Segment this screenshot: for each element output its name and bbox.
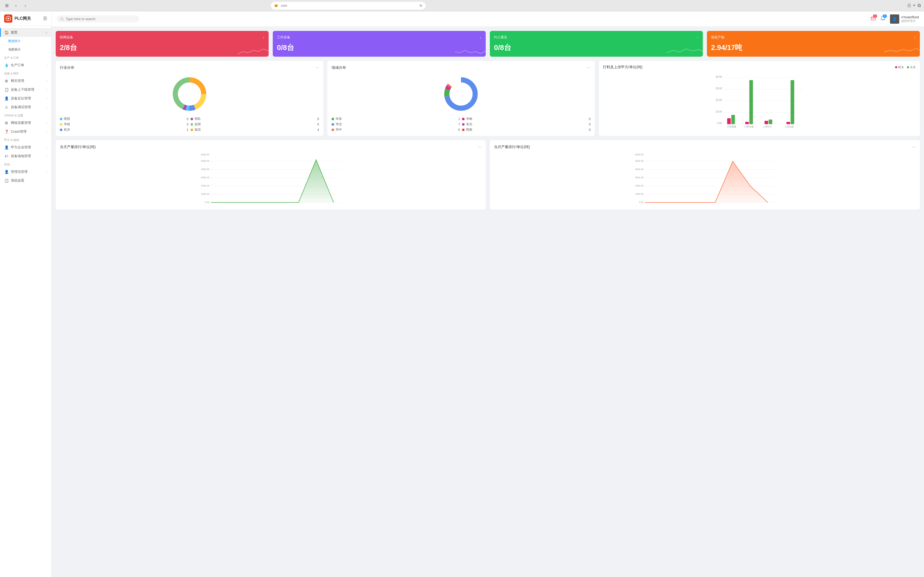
svg-text:上传甲方: 上传甲方 [762, 126, 772, 128]
legend-school: 学校 3 [60, 122, 189, 126]
sidebar-nav: 🏠 首页 ∨ 数据统计 地图展示 生产 & 订单 💧 生产订单 › 设备 & 维… [0, 26, 51, 577]
sidebar-item-device-location[interactable]: 👤 设备定位管理 › [0, 94, 51, 103]
user-avatar: 👤 [890, 15, 899, 24]
legend-dot-central [331, 129, 334, 131]
client-company-arrow-icon: › [47, 146, 47, 149]
legend-hospital: 医院 0 [60, 117, 189, 121]
legend-label-agency: 机关 [64, 127, 70, 132]
industry-chart-more[interactable]: ··· [315, 65, 319, 70]
user-name: nYuserRoot [901, 15, 919, 19]
sidebar-item-data-stats-label: 数据统计 [8, 39, 21, 43]
sidebar-item-admin-mgmt[interactable]: 👤 管理员管理 › [0, 168, 51, 176]
svg-text:6000.00: 6000.00 [635, 153, 643, 156]
stat-card-capacity-arrow: ↑ [914, 35, 916, 39]
sidebar-item-crash-mgmt[interactable]: ❓ Crash管理 › [0, 127, 51, 136]
legend-dot-restaurant [191, 129, 193, 131]
refresh-btn[interactable]: ↻ [420, 3, 423, 8]
region-legend: 华东 1 华南 0 华北 7 [331, 117, 591, 132]
svg-marker-74 [645, 161, 768, 203]
sidebar-item-gateway-mgmt[interactable]: ⊞ 网关管理 › [0, 76, 51, 85]
device-debug-arrow-icon: › [47, 106, 47, 109]
svg-rect-30 [745, 122, 749, 124]
device-site-arrow-icon: › [47, 155, 47, 158]
stat-cards: 联网设备 ↑ 2/8台 工作设备 ↓ 0/8台 [56, 31, 920, 56]
home-arrow-icon: ∨ [45, 31, 47, 34]
legend-val-restaurant: 4 [317, 128, 319, 132]
sidebar-item-device-site[interactable]: 🏷 设备场地管理 › [0, 152, 51, 161]
charts-row: 行业分布 ··· [56, 61, 920, 136]
svg-text:5000.00: 5000.00 [201, 160, 209, 162]
daily-chart-more[interactable]: ··· [478, 144, 481, 150]
message-btn[interactable]: 1 [871, 15, 876, 23]
legend-army: 部队 0 [191, 117, 319, 121]
sidebar-toggle-btn[interactable]: ⊞ [3, 2, 10, 9]
daily-chart-title: 当天产量排行/单位(吨) [60, 145, 96, 150]
wave-svg-connected [238, 47, 269, 56]
production-arrow-icon: › [47, 64, 47, 67]
legend-north: 华北 7 [331, 122, 460, 126]
url-text: .com [280, 4, 287, 8]
sidebar-item-device-location-label: 设备定位管理 [11, 96, 31, 101]
search-box[interactable] [57, 15, 139, 23]
svg-text:2000.00: 2000.00 [201, 184, 209, 187]
legend-label-school: 学校 [64, 122, 70, 126]
system-settings-icon: 📋 [4, 178, 9, 183]
share-icon[interactable]: ⎙ [908, 3, 911, 8]
svg-text:打料次数: 打料次数 [744, 126, 754, 128]
legend-val-northeast: 0 [589, 122, 591, 126]
stat-card-working-value: 0/8台 [277, 43, 481, 53]
legend-dot-school [60, 123, 62, 126]
bar-chart-title: 打料及上传甲方/单位(吨) [603, 65, 643, 69]
stat-card-connected-title: 联网设备 [60, 35, 73, 40]
back-btn[interactable]: ‹ [12, 2, 19, 9]
region-chart-more[interactable]: ··· [587, 65, 591, 70]
legend-south: 华南 0 [462, 117, 591, 121]
menu-toggle-btn[interactable]: ☰ [43, 16, 47, 21]
bar-legend-label-today: 今天 [910, 65, 916, 69]
wave-svg-capacity [884, 47, 920, 56]
search-input[interactable] [66, 17, 136, 21]
add-tab-icon[interactable]: + [913, 3, 916, 8]
gateway-arrow-icon: › [47, 80, 47, 82]
search-icon [60, 17, 64, 21]
svg-text:20.00: 20.00 [716, 99, 722, 102]
sidebar-item-system-settings[interactable]: 📋 系统设置 [0, 176, 51, 185]
url-bar[interactable]: 🐱 .com ↻ [271, 2, 426, 10]
stat-card-working: 工作设备 ↓ 0/8台 [273, 31, 486, 56]
legend-agency: 机关 1 [60, 127, 189, 132]
main-content: 联网设备 ↑ 2/8台 工作设备 ↓ 0/8台 [52, 27, 924, 577]
sidebar-item-device-online[interactable]: 📋 设备上下线管理 › [0, 85, 51, 94]
monthly-chart-svg: 0.00 1000.00 2000.00 3000.00 4000.00 500… [494, 153, 916, 204]
notif-btn[interactable]: 8 [880, 15, 886, 23]
monthly-chart-more[interactable]: ··· [912, 144, 916, 150]
copy-icon[interactable]: ⧉ [918, 3, 921, 8]
admin-icon: 👤 [4, 169, 9, 174]
user-info: 👤 nYuserRoot 超级管理员 [890, 15, 919, 24]
svg-rect-28 [732, 115, 735, 124]
section-production-label: 生产 & 订单 [0, 54, 51, 61]
sidebar-item-data-stats[interactable]: 数据统计 [0, 37, 51, 45]
region-chart-card: 地域分布 ··· [328, 61, 595, 136]
device-debug-icon: ⚠ [4, 105, 9, 110]
sidebar-item-device-site-label: 设备场地管理 [11, 154, 31, 158]
sidebar-item-home[interactable]: 🏠 首页 ∨ [0, 28, 51, 37]
admin-arrow-icon: › [47, 171, 47, 173]
sidebar-item-device-debug[interactable]: ⚠ 设备调试管理 › [0, 103, 51, 111]
legend-val-central: 0 [459, 128, 460, 132]
sidebar-item-production-order[interactable]: 💧 生产订单 › [0, 61, 51, 69]
svg-text:40.00: 40.00 [716, 76, 722, 78]
bar-legend-yesterday: 昨天 [895, 65, 904, 69]
forward-btn[interactable]: › [22, 2, 29, 9]
wave-svg-working [455, 47, 486, 56]
sidebar-item-client-company[interactable]: 👤 甲方企业管理 › [0, 143, 51, 152]
sidebar-item-map-display[interactable]: 地图展示 [0, 45, 51, 54]
stat-card-connected: 联网设备 ↑ 2/8台 [56, 31, 269, 56]
svg-text:1000.00: 1000.00 [201, 193, 209, 195]
sidebar-item-network-flow[interactable]: ⊞ 网络流量管理 › [0, 118, 51, 127]
svg-line-2 [63, 19, 63, 20]
legend-label-north: 华北 [336, 122, 342, 126]
stat-card-connected-arrow: ↑ [263, 35, 265, 39]
monthly-chart-card: 当月产量排行/单位(吨) ··· 0.00 1000.00 2000.00 30… [490, 140, 920, 210]
stat-card-capacity-title: 装机产能 [711, 35, 724, 40]
svg-text:3000.00: 3000.00 [201, 176, 209, 179]
